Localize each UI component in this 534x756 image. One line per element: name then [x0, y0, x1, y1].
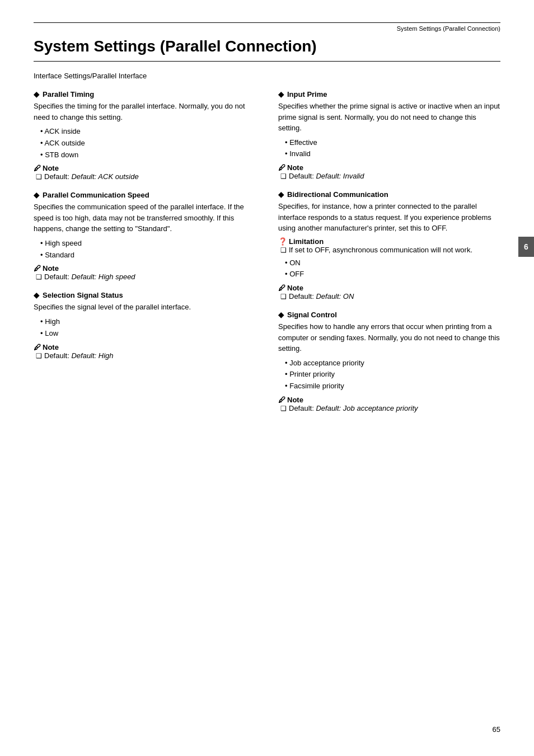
note-title: 🖊 Note	[278, 163, 500, 172]
list-item: Job acceptance priority	[285, 358, 500, 369]
note-text: Default: Default: High speed	[44, 273, 135, 281]
page-number: 65	[493, 725, 500, 734]
note-content: Default: Default: High	[36, 351, 256, 360]
section-parallel-timing: ◆ Parallel Timing Specifies the timing f…	[34, 90, 256, 181]
breadcrumb: Interface Settings/Parallel Interface	[34, 72, 500, 80]
list-item: Standard	[40, 250, 256, 261]
list-item: Low	[40, 328, 256, 340]
note-text: Default: Default: ACK outside	[44, 172, 139, 181]
list-item: Facsimile priority	[285, 381, 500, 392]
note-title: 🖊 Note	[278, 396, 500, 404]
section-title-signal-control: ◆ Signal Control	[278, 311, 500, 319]
section-body-parallel-timing: Specifies the timing for the parallel in…	[34, 101, 256, 123]
bullet-list-signal-control: Job acceptance priority Printer priority…	[285, 358, 500, 392]
bullet-list-bidirectional-communication: ON OFF	[285, 257, 500, 281]
note-selection-signal-status: 🖊 Note Default: Default: High	[34, 343, 256, 360]
list-item: High speed	[40, 238, 256, 250]
content-columns: ◆ Parallel Timing Specifies the timing f…	[34, 90, 500, 422]
limitation-content: If set to OFF, asynchronous communicatio…	[280, 246, 500, 254]
note-bidirectional-communication: 🖊 Note Default: Default: ON	[278, 284, 500, 300]
diamond-icon: ◆	[34, 291, 39, 299]
note-title: 🖊 Note	[34, 343, 256, 351]
list-item: Effective	[285, 137, 500, 149]
page-container: System Settings (Parallel Connection) Sy…	[0, 0, 534, 756]
diamond-icon: ◆	[278, 90, 284, 98]
section-body-selection-signal-status: Specifies the signal level of the parall…	[34, 302, 256, 313]
left-column: ◆ Parallel Timing Specifies the timing f…	[34, 90, 256, 370]
bullet-list-parallel-timing: ACK inside ACK outside STB down	[40, 126, 256, 161]
list-item: High	[40, 316, 256, 328]
section-title-parallel-timing: ◆ Parallel Timing	[34, 90, 256, 98]
note-text: Default: Default: High	[44, 351, 114, 360]
section-title-input-prime: ◆ Input Prime	[278, 90, 500, 98]
right-column: ◆ Input Prime Specifies whether the prim…	[278, 90, 500, 412]
section-body-parallel-communication-speed: Specifies the communication speed of the…	[34, 201, 256, 234]
note-parallel-timing: 🖊 Note Default: Default: ACK outside	[34, 164, 256, 181]
section-signal-control: ◆ Signal Control Specifies how to handle…	[278, 311, 500, 412]
section-body-bidirectional-communication: Specifies, for instance, how a printer c…	[278, 201, 500, 234]
limitation-text: If set to OFF, asynchronous communicatio…	[289, 246, 472, 254]
limitation-bidirectional-communication: ❓ Limitation If set to OFF, asynchronous…	[278, 237, 500, 254]
bullet-list-selection-signal-status: High Low	[40, 316, 256, 340]
note-input-prime: 🖊 Note Default: Default: Invalid	[278, 163, 500, 180]
list-item: ON	[285, 257, 500, 269]
note-icon: 🖊	[278, 163, 285, 172]
list-item: ACK outside	[40, 138, 256, 149]
header-label: System Settings (Parallel Connection)	[34, 25, 500, 32]
section-title-selection-signal-status: ◆ Selection Signal Status	[34, 291, 256, 299]
list-item: STB down	[40, 149, 256, 161]
note-content: Default: Default: Job acceptance priorit…	[280, 404, 500, 412]
diamond-icon: ◆	[34, 191, 39, 199]
diamond-icon: ◆	[34, 90, 39, 98]
note-text: Default: Default: Invalid	[289, 172, 364, 180]
section-body-signal-control: Specifies how to handle any errors that …	[278, 321, 500, 354]
note-content: Default: Default: ON	[280, 292, 500, 300]
limitation-title: ❓ Limitation	[278, 237, 500, 246]
note-title: 🖊 Note	[278, 284, 500, 292]
note-title: 🖊 Note	[34, 264, 256, 273]
bullet-list-input-prime: Effective Invalid	[285, 137, 500, 161]
section-body-input-prime: Specifies whether the prime signal is ac…	[278, 101, 500, 134]
bullet-list-parallel-communication-speed: High speed Standard	[40, 238, 256, 261]
section-selection-signal-status: ◆ Selection Signal Status Specifies the …	[34, 291, 256, 359]
note-content: Default: Default: High speed	[36, 273, 256, 281]
note-text: Default: Default: ON	[289, 292, 354, 300]
page-title: System Settings (Parallel Connection)	[34, 37, 500, 62]
note-icon: 🖊	[34, 164, 41, 172]
note-text: Default: Default: Job acceptance priorit…	[289, 404, 418, 412]
diamond-icon: ◆	[278, 311, 284, 319]
note-title: 🖊 Note	[34, 164, 256, 172]
note-icon: 🖊	[278, 284, 285, 292]
section-title-parallel-communication-speed: ◆ Parallel Communication Speed	[34, 191, 256, 199]
section-bidirectional-communication: ◆ Bidirectional Communication Specifies,…	[278, 190, 500, 300]
section-title-bidirectional-communication: ◆ Bidirectional Communication	[278, 190, 500, 199]
list-item: Invalid	[285, 148, 500, 160]
section-parallel-communication-speed: ◆ Parallel Communication Speed Specifies…	[34, 191, 256, 281]
tab-marker: 6	[518, 237, 534, 257]
note-icon: 🖊	[34, 343, 41, 351]
limitation-icon: ❓	[278, 237, 287, 246]
note-icon: 🖊	[278, 396, 285, 404]
note-signal-control: 🖊 Note Default: Default: Job acceptance …	[278, 396, 500, 412]
diamond-icon: ◆	[278, 190, 284, 199]
top-line	[34, 22, 500, 23]
list-item: ACK inside	[40, 126, 256, 138]
note-content: Default: Default: Invalid	[280, 172, 500, 180]
list-item: OFF	[285, 269, 500, 280]
list-item: Printer priority	[285, 369, 500, 381]
note-content: Default: Default: ACK outside	[36, 172, 256, 181]
section-input-prime: ◆ Input Prime Specifies whether the prim…	[278, 90, 500, 180]
note-parallel-communication-speed: 🖊 Note Default: Default: High speed	[34, 264, 256, 281]
note-icon: 🖊	[34, 264, 41, 273]
right-column-wrapper: ◆ Input Prime Specifies whether the prim…	[278, 90, 500, 422]
